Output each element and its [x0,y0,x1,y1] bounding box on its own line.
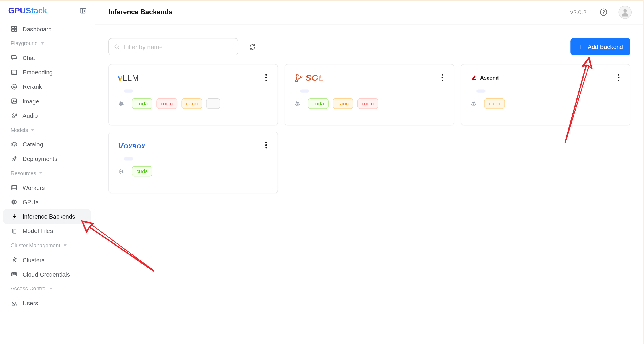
sidebar-section-resources[interactable]: Resources [0,166,95,180]
version-label: v2.0.2 [570,9,586,16]
framework-tags: cudacannrocm [308,98,378,109]
header-right: v2.0.2 [570,5,632,19]
inference-backends-icon [11,213,18,220]
card-menu-button[interactable] [614,73,623,82]
more-frameworks-tag[interactable]: ··· [206,98,221,109]
sidebar-item-gpus[interactable]: GPUs [3,195,91,209]
refresh-button[interactable] [247,41,258,52]
sidebar-item-users[interactable]: Users [3,296,91,310]
toolbar: Add Backend [108,38,630,55]
framework-tag-rocm: rocm [157,98,178,109]
add-backend-label: Add Backend [588,43,623,50]
sidebar-section-access-control[interactable]: Access Control [0,282,95,296]
backend-card-sglang: SGL cudacannrocm [285,64,454,125]
sglang-logo: SGL [294,73,324,83]
rerank-icon [11,83,18,90]
framework-tag-cuda: cuda [308,98,329,109]
gpus-icon [11,199,18,206]
sidebar-item-label: Deployments [23,156,57,162]
sidebar-item-label: Audio [23,112,38,119]
sidebar-item-rerank[interactable]: Rerank [3,80,91,94]
sidebar-item-label: Users [23,300,38,307]
chip-icon [470,100,477,107]
sidebar-logo-row: GPUStack [0,0,95,21]
card-logo: VOXBOX [118,139,268,152]
sidebar-item-label: GPUs [23,199,39,206]
framework-tag-cann: cann [182,98,202,109]
sidebar-item-embedding[interactable]: Embedding [3,65,91,80]
sidebar-section-cluster-management[interactable]: Cluster Management [0,238,95,253]
sidebar-item-chat[interactable]: Chat [3,51,91,65]
sidebar-item-clusters[interactable]: Clusters [3,253,91,267]
card-logo: vLLM [118,71,268,85]
help-button[interactable] [599,7,608,16]
sidebar-section-label: Models [11,127,28,133]
sidebar-item-label: Catalog [23,141,43,148]
sidebar-item-model-files[interactable]: Model Files [3,224,91,238]
chip-icon [118,168,124,175]
sidebar-item-cloud-credentials[interactable]: Cloud Credentials [3,267,91,281]
sidebar-section-models[interactable]: Models [0,123,95,137]
built-in-badge [476,89,485,92]
sidebar-item-catalog[interactable]: Catalog [3,137,91,152]
filter-input[interactable] [124,43,233,50]
content: Add Backend vLLM cudarocmcann··· SGL cud… [95,25,644,344]
sidebar-nav: DashboardPlaygroundChatEmbeddingRerankIm… [0,21,95,310]
framework-tags: cann [484,98,505,109]
chevron-down-icon [41,42,44,45]
deployments-icon [11,155,18,162]
cloud-credentials-icon [11,271,18,278]
sidebar-section-label: Resources [11,170,36,176]
sidebar-item-dashboard[interactable]: Dashboard [3,22,91,36]
filter-box [108,38,238,55]
sidebar-collapse-button[interactable] [78,6,87,15]
sidebar-item-label: Inference Backends [23,213,75,220]
card-logo: Ascend [470,71,620,85]
sidebar-section-label: Access Control [11,286,47,292]
card-logo: SGL [294,71,444,85]
sidebar-item-audio[interactable]: Audio [3,108,91,123]
search-icon [114,43,120,50]
image-icon [11,98,18,105]
framework-tag-cuda: cuda [132,166,153,177]
card-menu-button[interactable] [261,73,271,82]
voxbox-logo: VOXBOX [118,141,145,150]
help-icon [599,8,608,16]
chevron-down-icon [63,244,67,247]
sidebar-item-label: Dashboard [23,26,52,32]
sidebar-item-workers[interactable]: Workers [3,181,91,195]
sidebar-item-inference-backends[interactable]: Inference Backends [3,209,91,224]
sidebar-item-label: Cloud Credentials [23,271,70,278]
chevron-down-icon [49,287,53,290]
framework-tag-rocm: rocm [357,98,378,109]
built-in-badge [300,89,309,92]
built-in-badge [124,157,133,160]
chip-icon [294,100,301,107]
chip-icon [118,100,124,107]
sidebar-item-label: Embedding [23,69,53,76]
sidebar-item-deployments[interactable]: Deployments [3,152,91,166]
card-menu-button[interactable] [261,140,271,150]
gpustack-logo[interactable]: GPUStack [8,6,47,16]
users-icon [11,300,18,307]
sidebar-item-label: Chat [23,55,35,61]
user-avatar[interactable] [618,5,632,19]
framework-tags: cuda [132,166,153,177]
workers-icon [11,184,18,191]
sidebar-item-label: Workers [23,184,45,191]
ascend-logo-icon [470,74,478,82]
dashboard-icon [11,26,18,32]
framework-tag-cann: cann [333,98,353,109]
sidebar-item-image[interactable]: Image [3,94,91,108]
sglang-logo-icon [294,73,304,83]
chevron-down-icon [39,172,43,175]
sidebar-section-label: Cluster Management [11,242,60,248]
sidebar-section-playground[interactable]: Playground [0,36,95,51]
sidebar: GPUStack DashboardPlaygroundChatEmbeddin… [0,0,95,344]
card-menu-button[interactable] [437,73,447,82]
backend-cards-grid: vLLM cudarocmcann··· SGL cudacannrocm As… [108,64,630,193]
model-files-icon [11,227,18,234]
add-backend-button[interactable]: Add Backend [570,38,630,55]
sidebar-item-label: Clusters [23,257,45,263]
sidebar-item-label: Model Files [23,228,53,234]
